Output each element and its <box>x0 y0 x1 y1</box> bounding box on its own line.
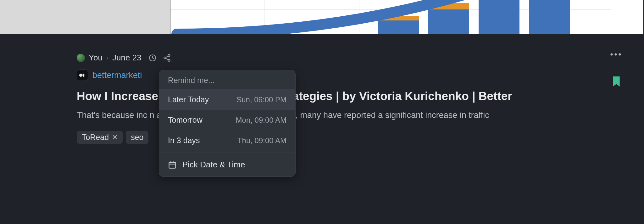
pick-date-time-button[interactable]: Pick Date & Time <box>159 153 295 176</box>
medium-icon <box>79 73 86 77</box>
svg-point-24 <box>619 53 621 56</box>
remind-dropdown: Remind me... Later Today Sun, 06:00 PM T… <box>159 70 296 177</box>
source-link[interactable]: bettermarketi <box>92 70 142 80</box>
option-label: In 3 days <box>168 136 200 145</box>
svg-rect-25 <box>169 162 176 168</box>
svg-point-20 <box>82 74 84 77</box>
option-time: Mon, 09:00 AM <box>236 116 286 125</box>
hero-left-band <box>0 0 170 34</box>
share-icon[interactable] <box>163 54 171 62</box>
meta-row: You · June 23 <box>77 53 565 63</box>
tag-seo[interactable]: seo <box>126 131 148 144</box>
source-row: bettermarketi <box>77 70 565 81</box>
avatar[interactable] <box>77 54 85 62</box>
tag-list: ToRead ✕ seo <box>77 131 565 144</box>
bookmark-icon <box>611 76 621 87</box>
tag-label: ToRead <box>82 133 109 142</box>
svg-point-23 <box>615 53 617 56</box>
article-excerpt: That's because inc n a challenge for sit… <box>77 109 565 121</box>
option-time: Thu, 09:00 AM <box>237 136 286 145</box>
svg-point-22 <box>611 53 613 56</box>
close-icon[interactable]: ✕ <box>112 133 118 142</box>
tag-label: seo <box>131 133 143 142</box>
remind-option-3days[interactable]: In 3 days Thu, 09:00 AM <box>159 130 295 151</box>
dropdown-header: Remind me... <box>159 70 295 89</box>
post-date: June 23 <box>112 53 142 63</box>
hero-banner <box>0 0 644 34</box>
article-card: You · June 23 bettermar <box>0 34 644 224</box>
svg-rect-14 <box>529 0 570 34</box>
svg-rect-12 <box>479 0 519 34</box>
option-time: Sun, 06:00 PM <box>236 95 286 104</box>
article-title[interactable]: How I Increase Website — 3 Proven Strate… <box>77 88 565 104</box>
svg-rect-8 <box>378 20 419 34</box>
bar-chart-icon <box>170 0 611 34</box>
remind-option-later-today[interactable]: Later Today Sun, 06:00 PM <box>159 89 295 110</box>
svg-point-19 <box>79 74 82 77</box>
option-label: Tomorrow <box>168 115 203 125</box>
calendar-icon <box>168 160 177 169</box>
bookmark-button[interactable] <box>611 76 621 87</box>
more-icon <box>610 53 621 56</box>
clock-icon[interactable] <box>148 54 157 62</box>
author-name[interactable]: You <box>89 53 103 63</box>
source-badge-icon[interactable] <box>77 70 88 81</box>
svg-rect-10 <box>428 9 469 34</box>
remind-option-tomorrow[interactable]: Tomorrow Mon, 09:00 AM <box>159 110 295 130</box>
option-label: Later Today <box>168 95 209 104</box>
hero-chart-frame <box>170 0 644 34</box>
svg-point-21 <box>85 74 85 77</box>
tag-toread[interactable]: ToRead ✕ <box>77 131 123 144</box>
more-button[interactable] <box>610 53 621 56</box>
pick-label: Pick Date & Time <box>182 160 245 170</box>
separator-dot: · <box>106 53 108 63</box>
